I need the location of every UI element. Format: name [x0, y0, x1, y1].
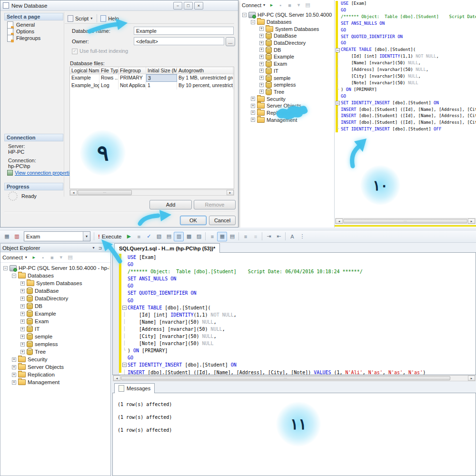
code-line[interactable]: │ [City] [nvarchar](50) NULL,	[121, 333, 475, 340]
column-header-logical-name[interactable]: Logical Name	[70, 67, 99, 74]
sql-code-top[interactable]: USE [Exam]GO/****** Object: Table [dbo].…	[335, 0, 476, 136]
tree-item-datadirectory[interactable]: +DataDirectory	[242, 40, 333, 47]
code-line[interactable]: │INSERT [dbo].[Student] ([Id], [Name], […	[335, 119, 476, 126]
disconnect-icon[interactable]: ▪	[39, 253, 48, 262]
tree-item-server-objects[interactable]: +Server Objects	[3, 363, 109, 371]
query-options-icon[interactable]: ▤	[164, 232, 174, 241]
code-line[interactable]: USE [Exam]	[121, 254, 475, 261]
stop-icon[interactable]: ■	[48, 253, 57, 262]
fold-collapse-icon[interactable]: −	[121, 306, 128, 310]
expand-icon[interactable]: +	[259, 41, 264, 45]
code-line[interactable]: │ [Name] [nvarchar](50) NULL,	[335, 60, 476, 67]
query-editor[interactable]: USE [Exam]GO/****** Object: Table [dbo].…	[112, 252, 476, 375]
indent-icon[interactable]: ⇥	[264, 232, 274, 241]
code-line[interactable]: GO	[335, 7, 476, 14]
page-item-filegroups[interactable]: Filegroups	[7, 35, 62, 41]
remove-button[interactable]: Remove	[194, 200, 236, 209]
expand-icon[interactable]: +	[12, 380, 16, 385]
template-params-icon[interactable]: A	[287, 232, 297, 241]
database-combobox[interactable]: Exam ▾	[24, 231, 90, 241]
cancel-button[interactable]: Cancel	[209, 216, 236, 225]
table-cell[interactable]: Example	[70, 74, 99, 82]
overflow-icon[interactable]: ⋮	[297, 232, 307, 241]
page-item-general[interactable]: General	[7, 21, 62, 28]
collapse-icon[interactable]: −	[12, 274, 16, 278]
expand-icon[interactable]: +	[251, 104, 255, 108]
connect-dropdown-icon[interactable]: ▾	[25, 255, 27, 259]
code-line[interactable]: └) ON [PRIMARY]	[335, 87, 476, 93]
expand-icon[interactable]: +	[259, 55, 264, 59]
expand-icon[interactable]: +	[259, 34, 264, 38]
table-cell[interactable]: By 1 MB, unrestricted growth	[177, 74, 233, 82]
code-line[interactable]: /****** Object: Table [dbo].[Student] Sc…	[335, 14, 476, 20]
tree-item-it[interactable]: +IT	[3, 325, 109, 333]
tree-item-db[interactable]: +DB	[242, 46, 333, 53]
code-line[interactable]: USE [Exam]	[335, 0, 476, 7]
close-icon[interactable]: ×	[105, 245, 108, 250]
expand-icon[interactable]: +	[20, 335, 25, 339]
tree-item-tree[interactable]: +Tree	[3, 348, 109, 356]
minimize-button[interactable]: −	[173, 2, 182, 10]
table-row[interactable]: ExampleRows ...PRIMARY3By 1 MB, unrestri…	[70, 74, 234, 82]
expand-icon[interactable]: +	[12, 357, 16, 362]
collapse-icon[interactable]: −	[3, 266, 8, 270]
connect-icon[interactable]: ▸	[267, 1, 276, 10]
fulltext-checkbox[interactable]: ✓	[72, 49, 78, 54]
expand-icon[interactable]: +	[12, 373, 16, 377]
expand-icon[interactable]: +	[259, 83, 264, 87]
results-to-file-icon[interactable]: ▤	[227, 232, 237, 241]
script-icon[interactable]: ▤	[66, 253, 75, 262]
fold-collapse-icon[interactable]: −	[335, 101, 341, 105]
tree-item-sempless[interactable]: +sempless	[3, 340, 109, 348]
tree-item-system-databases[interactable]: +System Databases	[3, 279, 109, 287]
tree-item-security[interactable]: +Security	[242, 95, 333, 102]
table-cell[interactable]: Rows ...	[99, 74, 119, 82]
code-line[interactable]: GO	[335, 27, 476, 34]
tree-item-sempless[interactable]: +sempless	[242, 81, 333, 89]
tree-item-databases[interactable]: −Databases	[3, 272, 109, 279]
column-header-file-type[interactable]: File Type	[99, 67, 119, 74]
column-header-filegroup[interactable]: Filegroup	[119, 67, 146, 74]
expand-icon[interactable]: +	[20, 350, 25, 354]
filter-icon[interactable]: ▾	[57, 253, 66, 262]
tree-item-example[interactable]: +Example	[242, 53, 333, 60]
editor-top-hscrollbar[interactable]: ◂ ⋯ ▸	[335, 218, 476, 224]
disconnect-icon[interactable]: ▪	[276, 1, 285, 10]
code-line[interactable]: └) ON [PRIMARY]	[121, 347, 475, 354]
scroll-right-icon[interactable]: ▸	[468, 218, 475, 224]
database-name-input[interactable]: Example	[134, 27, 234, 35]
tree-item-hp-pc-sql-server-10-50-4000-hp-pc-hp[interactable]: −HP-PC (SQL Server 10.50.4000 - hp-PC\hp…	[242, 11, 333, 19]
expand-icon[interactable]: +	[259, 76, 264, 80]
code-line[interactable]: │ [City] [nvarchar](50) NULL,	[335, 73, 476, 80]
expand-icon[interactable]: +	[259, 62, 264, 66]
code-line[interactable]: SET QUOTED_IDENTIFIER ON	[335, 34, 476, 40]
combo-dropdown-icon[interactable]: ▾	[83, 232, 90, 241]
connect-icon[interactable]: ▸	[30, 253, 39, 262]
tree-item-it[interactable]: +IT	[242, 68, 333, 75]
code-line[interactable]: /****** Object: Table [dbo].[Student] Sc…	[121, 268, 475, 275]
query-tab[interactable]: SQLQuery1.sql - H...m (hp-PC\hp (53))*	[114, 243, 220, 253]
expand-icon[interactable]: +	[259, 69, 264, 73]
filter-icon[interactable]: ▾	[294, 1, 303, 10]
tree-item-replication[interactable]: +Replication	[242, 109, 333, 117]
editor-hscrollbar[interactable]: ◂ ⋯ ▸	[113, 375, 476, 381]
scroll-right-icon[interactable]: ▸	[468, 376, 475, 381]
add-button[interactable]: Add	[149, 200, 192, 209]
page-item-options[interactable]: Options	[7, 28, 62, 35]
change-connection-icon[interactable]: ▥	[12, 232, 22, 241]
code-line[interactable]: SET ANSI_NULLS ON	[335, 20, 476, 27]
ok-button[interactable]: OK	[180, 216, 207, 225]
code-line[interactable]: │INSERT [dbo].[Student] ([Id], [Name], […	[121, 369, 475, 375]
outdent-icon[interactable]: ⇤	[274, 232, 284, 241]
scroll-left-icon[interactable]: ◂	[336, 218, 343, 224]
expand-icon[interactable]: +	[251, 118, 255, 122]
owner-input[interactable]: <default>	[134, 37, 224, 45]
scroll-left-icon[interactable]: ◂	[70, 190, 77, 195]
code-line[interactable]: │ [Name] [nvarchar](50) NULL,	[121, 318, 475, 326]
expand-icon[interactable]: +	[20, 281, 25, 286]
tree-item-semple[interactable]: +semple	[242, 74, 333, 81]
owner-browse-button[interactable]: ...	[226, 37, 235, 46]
code-line[interactable]: │ [Note] [nvarchar](50) NULL	[335, 80, 476, 87]
code-line[interactable]: │INSERT [dbo].[Student] ([Id], [Name], […	[335, 113, 476, 119]
results-to-grid-icon[interactable]: ▦	[217, 232, 227, 241]
